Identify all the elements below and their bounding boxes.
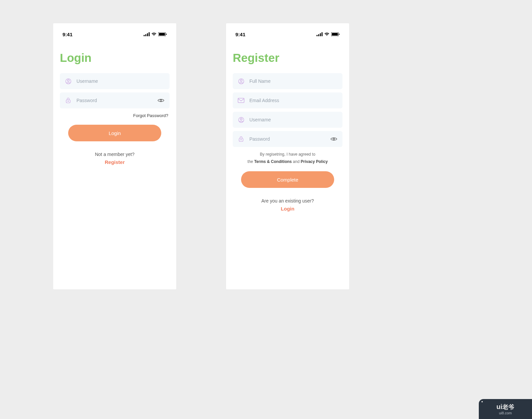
forgot-password-link[interactable]: Forgot Password? [60,113,168,118]
email-input[interactable] [249,98,338,103]
password-field-row[interactable] [233,131,342,147]
login-screen: 9:41 Login Forgot Password? Login Not a … [53,23,176,289]
eye-icon[interactable] [330,137,338,141]
login-button[interactable]: Login [68,125,161,141]
svg-rect-17 [332,33,338,36]
login-footer: Not a member yet? Register [60,151,170,165]
terms-and: and [293,159,300,164]
password-field-row[interactable] [60,92,170,108]
cellular-icon [317,32,323,36]
register-screen: 9:41 Register By regisetring, [226,23,349,289]
svg-rect-9 [66,100,70,103]
svg-rect-21 [238,98,244,102]
user-icon [237,117,245,123]
register-footer: Are you an existing user? Login [233,198,342,211]
wifi-icon [151,32,157,36]
svg-point-20 [240,79,242,81]
user-icon [237,78,245,84]
svg-point-25 [241,139,241,140]
password-input[interactable] [76,98,157,103]
page-title: Register [233,51,342,65]
svg-rect-6 [166,34,167,35]
login-link[interactable]: Login [233,206,342,211]
svg-rect-15 [322,32,323,36]
privacy-policy-link[interactable]: Privacy Policy [301,159,328,164]
status-bar: 9:41 [233,29,342,40]
page-title: Login [60,51,170,65]
svg-point-11 [160,100,162,101]
register-link[interactable]: Register [60,159,170,165]
terms-text: By regisetring, I have agreed to the Ter… [233,151,342,165]
svg-rect-1 [145,34,146,36]
svg-rect-2 [147,33,148,36]
dot-icon [481,401,483,402]
lock-icon [65,97,72,104]
status-time: 9:41 [63,32,72,37]
status-icons [144,32,167,36]
svg-point-26 [333,138,335,140]
svg-rect-0 [144,35,145,36]
status-bar: 9:41 [60,29,170,40]
user-icon [65,78,72,84]
wifi-icon [324,32,330,36]
watermark-brand: ui老爷 [496,403,514,411]
svg-rect-12 [317,35,318,36]
fullname-field-row[interactable] [233,73,342,89]
footer-question: Are you an existing user? [261,198,314,204]
password-input[interactable] [249,136,330,142]
watermark-url: ui8.com [499,411,512,415]
svg-rect-24 [239,138,243,142]
terms-the: the [247,159,253,164]
status-time: 9:41 [235,32,245,37]
terms-conditions-link[interactable]: Terms & Conditions [254,159,292,164]
svg-rect-13 [318,34,319,36]
lock-icon [237,136,245,142]
cellular-icon [144,32,150,36]
mail-icon [237,98,245,103]
battery-icon [158,32,167,36]
mockup-stage: 9:41 Login Forgot Password? Login Not a … [53,23,349,289]
svg-rect-14 [320,33,321,36]
email-field-row[interactable] [233,92,342,108]
svg-point-8 [67,79,69,81]
username-input[interactable] [249,117,338,122]
svg-point-23 [240,118,242,120]
status-icons [317,32,340,36]
username-input[interactable] [76,78,165,84]
username-field-row[interactable] [233,112,342,128]
svg-point-10 [68,101,68,101]
svg-rect-3 [149,32,150,36]
eye-icon[interactable] [157,98,165,103]
watermark-badge: ui老爷 ui8.com [479,399,532,419]
fullname-input[interactable] [249,78,338,84]
footer-question: Not a member yet? [95,152,134,157]
terms-line1: By regisetring, I have agreed to [260,152,316,157]
svg-rect-5 [159,33,165,36]
battery-icon [331,32,340,36]
username-field-row[interactable] [60,73,170,89]
svg-rect-18 [339,34,339,35]
complete-button[interactable]: Complete [241,171,334,188]
